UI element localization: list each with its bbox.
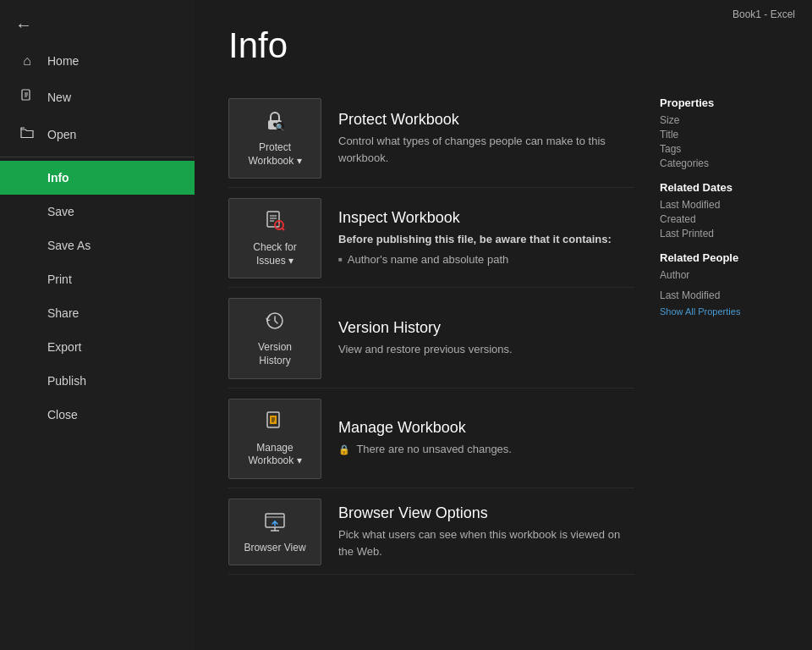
prop-last-printed-label: Last Printed	[660, 228, 778, 240]
protect-workbook-button[interactable]: 🔍 ProtectWorkbook ▾	[228, 98, 321, 179]
sidebar-item-label: Close	[47, 408, 78, 421]
prop-size-label: Size	[660, 114, 778, 126]
prop-tags-label: Tags	[660, 143, 778, 155]
sidebar-item-label: Home	[47, 54, 79, 68]
home-icon: ⌂	[19, 53, 36, 69]
sidebar-item-print[interactable]: Print	[0, 262, 195, 296]
manage-btn-label: ManageWorkbook ▾	[248, 442, 301, 468]
info-section: 🔍 ProtectWorkbook ▾ Protect Workbook Con…	[228, 90, 634, 575]
browser-desc: Pick what users can see when this workbo…	[338, 526, 634, 559]
version-icon	[263, 309, 287, 336]
sidebar-item-publish[interactable]: Publish	[0, 364, 195, 398]
browser-view-button[interactable]: Browser View	[228, 499, 321, 566]
title-text: Book1 - Excel	[732, 8, 795, 20]
sidebar-item-close[interactable]: Close	[0, 398, 195, 432]
back-button[interactable]: ←	[0, 7, 195, 43]
open-icon	[19, 126, 36, 143]
sidebar-item-info[interactable]: Info	[0, 161, 195, 195]
lock-icon: 🔍	[263, 109, 287, 136]
protect-desc: Control what types of changes people can…	[338, 133, 634, 166]
prop-author-label: Author	[660, 269, 778, 281]
sidebar-item-label: Save	[47, 205, 74, 218]
prop-created-label: Created	[660, 213, 778, 225]
sidebar-divider	[0, 157, 195, 157]
svg-text:🔍: 🔍	[276, 123, 284, 131]
sidebar-item-export[interactable]: Export	[0, 330, 195, 364]
sidebar-item-label: Info	[47, 171, 69, 185]
prop-last-modified-label: Last Modified	[660, 199, 778, 211]
show-all-properties-link[interactable]: Show All Properties	[660, 306, 778, 317]
prop-last-modified-label2: Last Modified	[660, 289, 778, 301]
sidebar-item-label: Publish	[47, 374, 86, 388]
page-title: Info	[228, 25, 634, 66]
svg-rect-9	[267, 212, 279, 227]
manage-desc: 🔒 There are no unsaved changes.	[338, 441, 634, 458]
sidebar-item-label: Save As	[47, 239, 91, 252]
properties-title: Properties	[660, 96, 778, 109]
sidebar-item-label: Print	[47, 273, 72, 286]
version-desc: View and restore previous versions.	[338, 341, 634, 358]
protect-btn-label: ProtectWorkbook ▾	[248, 141, 301, 168]
prop-title-label: Title	[660, 129, 778, 140]
manage-info-text: Manage Workbook 🔒 There are no unsaved c…	[338, 399, 634, 479]
sidebar-item-label: Share	[47, 306, 79, 320]
protect-info-text: Protect Workbook Control what types of c…	[338, 98, 634, 179]
sidebar-item-label: New	[47, 91, 71, 104]
inspect-icon	[263, 209, 287, 236]
titlebar: Book1 - Excel	[732, 8, 795, 20]
inspect-desc: Before publishing this file, be aware th…	[338, 231, 634, 267]
sidebar: ← ⌂ Home New Open Info Sa	[0, 0, 195, 650]
browser-info-text: Browser View Options Pick what users can…	[338, 499, 634, 566]
check-issues-btn-label: Check forIssues ▾	[253, 241, 296, 267]
sidebar-item-save[interactable]: Save	[0, 195, 195, 229]
properties-panel: Properties Size Title Tags Categories Re…	[660, 25, 778, 625]
browser-heading: Browser View Options	[338, 504, 634, 522]
sidebar-item-new[interactable]: New	[0, 79, 195, 116]
sidebar-item-label: Export	[47, 340, 81, 354]
protect-row: 🔍 ProtectWorkbook ▾ Protect Workbook Con…	[228, 90, 634, 188]
protect-heading: Protect Workbook	[338, 111, 634, 129]
svg-point-16	[278, 227, 279, 228]
browser-btn-label: Browser View	[244, 542, 305, 555]
inspect-bullet: Author's name and absolute path	[338, 251, 634, 268]
browser-icon	[263, 510, 287, 537]
inspect-heading: Inspect Workbook	[338, 209, 634, 227]
browser-row: Browser View Browser View Options Pick w…	[228, 490, 634, 576]
new-icon	[19, 89, 36, 106]
inspect-desc-bold: Before publishing this file, be aware th…	[338, 233, 612, 245]
sidebar-item-share[interactable]: Share	[0, 296, 195, 330]
main-content: Book1 - Excel Info 🔍	[195, 0, 812, 650]
manage-workbook-button[interactable]: ManageWorkbook ▾	[228, 399, 321, 479]
prop-categories-label: Categories	[660, 157, 778, 169]
sidebar-item-save-as[interactable]: Save As	[0, 229, 195, 262]
manage-heading: Manage Workbook	[338, 419, 634, 437]
back-arrow-icon: ←	[15, 15, 32, 35]
manage-desc-text: There are no unsaved changes.	[356, 443, 512, 455]
version-heading: Version History	[338, 319, 634, 337]
sidebar-item-label: Open	[47, 128, 76, 141]
related-people-title: Related People	[660, 251, 778, 264]
version-history-button[interactable]: VersionHistory	[228, 298, 321, 378]
manage-icon	[263, 410, 287, 437]
manage-row: ManageWorkbook ▾ Manage Workbook 🔒 There…	[228, 390, 634, 488]
sidebar-item-home[interactable]: ⌂ Home	[0, 43, 195, 79]
content-area: Book1 - Excel Info 🔍	[228, 25, 634, 625]
inspect-row: Check forIssues ▾ Inspect Workbook Befor…	[228, 190, 634, 288]
inspect-info-text: Inspect Workbook Before publishing this …	[338, 198, 634, 278]
sidebar-item-open[interactable]: Open	[0, 116, 195, 153]
lock-small-icon: 🔒	[338, 444, 350, 454]
check-for-issues-button[interactable]: Check forIssues ▾	[228, 198, 321, 278]
related-dates-title: Related Dates	[660, 181, 778, 194]
svg-line-14	[283, 229, 285, 231]
version-btn-label: VersionHistory	[258, 341, 292, 367]
version-info-text: Version History View and restore previou…	[338, 298, 634, 378]
version-row: VersionHistory Version History View and …	[228, 289, 634, 388]
